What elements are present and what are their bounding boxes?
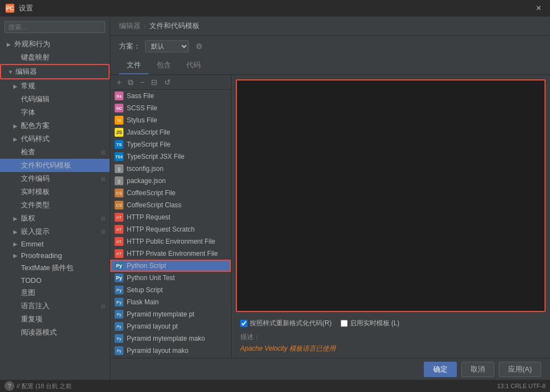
- reset-template-button[interactable]: ↺: [162, 77, 173, 87]
- list-item[interactable]: HT HTTP Request Scratch: [110, 223, 231, 235]
- sidebar-item-label: 键盘映射: [21, 52, 50, 62]
- list-item[interactable]: Py Setup Script: [110, 284, 231, 296]
- reformat-checkbox[interactable]: [240, 320, 247, 327]
- apply-button[interactable]: 应用(A): [499, 362, 541, 377]
- list-item[interactable]: Py Pyramid mytemplate pt: [110, 308, 231, 320]
- list-item[interactable]: Py Flask Main: [110, 296, 231, 308]
- list-item[interactable]: SC SCSS File: [110, 102, 231, 114]
- sidebar-item-reader-mode[interactable]: ▶ 阅读器模式: [0, 326, 110, 339]
- sidebar-item-textmate[interactable]: ▶ TextMate 插件包: [0, 261, 110, 275]
- list-item[interactable]: JS JavaScript File: [110, 126, 231, 138]
- copy-template-button[interactable]: ⧉: [126, 77, 136, 87]
- list-item[interactable]: Py Pyramid mytemplate mako: [110, 332, 231, 345]
- live-template-checkbox-label[interactable]: 启用实时模板 (L): [341, 319, 400, 328]
- list-item[interactable]: {} tsconfig.json: [110, 163, 231, 175]
- list-item[interactable]: St Stylus File: [110, 114, 231, 126]
- config-icon: ⊟: [101, 303, 105, 309]
- list-item[interactable]: HT HTTP Public Environment File: [110, 235, 231, 248]
- file-item-name: Python Script: [127, 262, 166, 270]
- file-type-icon: Ss: [115, 92, 123, 100]
- sidebar-item-editor[interactable]: ▼ 编辑器: [0, 64, 110, 79]
- sidebar-item-appearance[interactable]: ▶ 外观和行为: [0, 37, 110, 51]
- config-icon: ⊟: [101, 149, 105, 155]
- editor-area: 按照样式重新格式化代码(R) 启用实时模板 (L) 描述： Apache Vel…: [231, 75, 550, 358]
- file-type-icon: {}: [115, 176, 123, 185]
- list-item[interactable]: Py Pyramid layout pt: [110, 320, 231, 332]
- sidebar-item-emmet[interactable]: ▶ Emmet: [0, 238, 110, 250]
- file-type-icon: HT: [115, 249, 123, 258]
- list-item-python-unit-test[interactable]: Py Python Unit Test: [110, 272, 231, 284]
- list-item[interactable]: Ss Sass File: [110, 90, 231, 102]
- live-template-checkbox[interactable]: [341, 320, 348, 327]
- file-type-icon: CS: [115, 189, 123, 197]
- bottom-bar: 确定 取消 应用(A): [110, 358, 550, 380]
- sidebar-item-code-editing[interactable]: ▶ 代码编辑: [0, 93, 110, 106]
- sidebar-item-file-templates[interactable]: ▶ 文件和代码模板: [0, 159, 110, 172]
- list-item[interactable]: HT HTTP Private Environment File: [110, 248, 231, 260]
- sidebar-item-label: 常规: [21, 81, 35, 91]
- search-box: [0, 17, 110, 37]
- list-item[interactable]: TSX TypeScript JSX File: [110, 151, 231, 163]
- list-item[interactable]: Py Pyramid layout mako: [110, 345, 231, 357]
- list-item[interactable]: {} package.json: [110, 175, 231, 187]
- sidebar-item-general[interactable]: ▶ 常规: [0, 79, 110, 93]
- sidebar: ▶ 外观和行为 键盘映射 ▼ 编辑器 ▶ 常规: [0, 17, 110, 380]
- sidebar-item-label: Emmet: [21, 240, 44, 248]
- sidebar-item-label: TextMate 插件包: [21, 263, 73, 273]
- sidebar-item-inlay-hints[interactable]: ▶ 嵌入提示 ⊟: [0, 225, 110, 238]
- sidebar-item-proofreading[interactable]: ▶ Proofreading: [0, 250, 110, 261]
- sidebar-item-todo[interactable]: ▶ TODO: [0, 275, 110, 286]
- file-list-panel: + ⧉ − ⊟ ↺ Ss Sass File: [110, 75, 231, 358]
- sidebar-item-duplicates[interactable]: ▶ 重复项: [0, 313, 110, 326]
- sidebar-item-label: Proofreading: [21, 251, 62, 260]
- sidebar-item-file-types[interactable]: ▶ 文件类型: [0, 198, 110, 212]
- file-type-icon: HT: [115, 213, 123, 222]
- scheme-gear-button[interactable]: ⚙: [193, 41, 205, 52]
- scheme-select[interactable]: 默认: [145, 40, 189, 52]
- close-button[interactable]: ×: [533, 2, 544, 14]
- list-item[interactable]: HT HTTP Request: [110, 211, 231, 223]
- duplicate-template-button[interactable]: ⊟: [149, 77, 160, 87]
- sidebar-item-code-style[interactable]: ▶ 代码样式: [0, 132, 110, 146]
- sidebar-item-language-injection[interactable]: ▶ 语言注入 ⊟: [0, 299, 110, 313]
- confirm-button[interactable]: 确定: [424, 362, 457, 377]
- sidebar-item-inspection[interactable]: ▶ 检查 ⊟: [0, 146, 110, 159]
- sidebar-item-live-templates[interactable]: ▶ 实时模板: [0, 185, 110, 198]
- description-text: Apache Velocity 模板语言已使用: [240, 344, 541, 353]
- remove-template-button[interactable]: −: [138, 77, 147, 87]
- tabs-row: 文件 包含 代码: [110, 57, 550, 75]
- list-item[interactable]: CS CoffeeScript File: [110, 187, 231, 199]
- main-content: ▶ 外观和行为 键盘映射 ▼ 编辑器 ▶ 常规: [0, 17, 550, 380]
- arrow-icon: ▶: [13, 136, 19, 142]
- arrow-icon: ▶: [13, 253, 19, 259]
- cancel-button[interactable]: 取消: [461, 362, 494, 377]
- file-list: Ss Sass File SC SCSS File St Stylus File: [110, 90, 231, 358]
- file-item-name: TypeScript JSX File: [127, 153, 185, 160]
- reformat-checkbox-label[interactable]: 按照样式重新格式化代码(R): [240, 319, 332, 328]
- file-item-name: Sass File: [127, 92, 154, 100]
- sidebar-item-color-scheme[interactable]: ▶ 配色方案: [0, 119, 110, 132]
- help-button[interactable]: ?: [4, 381, 14, 391]
- titlebar-left: PC 设置: [6, 3, 33, 13]
- config-icon: ⊟: [101, 176, 105, 182]
- tab-include[interactable]: 包含: [149, 57, 179, 74]
- tab-file[interactable]: 文件: [119, 57, 149, 74]
- tab-code[interactable]: 代码: [179, 57, 208, 74]
- file-item-name: Setup Script: [127, 286, 163, 294]
- list-item[interactable]: CS CoffeeScript Class: [110, 199, 231, 211]
- sidebar-item-label: 意图: [21, 288, 35, 298]
- file-type-icon: Py: [115, 322, 123, 331]
- description-section: 描述： Apache Velocity 模板语言已使用: [231, 330, 550, 358]
- sidebar-item-file-encoding[interactable]: ▶ 文件编码 ⊟: [0, 172, 110, 185]
- sidebar-item-copyright[interactable]: ▶ 版权 ⊟: [0, 212, 110, 225]
- search-input[interactable]: [4, 21, 105, 33]
- file-type-icon: TS: [115, 140, 123, 149]
- file-type-icon: HT: [115, 237, 123, 246]
- list-item-python-script[interactable]: Py Python Script: [110, 260, 231, 272]
- list-item[interactable]: TS TypeScript File: [110, 138, 231, 151]
- sidebar-item-intentions[interactable]: ▶ 意图: [0, 286, 110, 299]
- sidebar-item-keymap[interactable]: 键盘映射: [0, 51, 110, 64]
- sidebar-item-font[interactable]: ▶ 字体: [0, 106, 110, 119]
- add-template-button[interactable]: +: [115, 77, 123, 87]
- right-panel: 编辑器 › 文件和代码模板 方案： 默认 ⚙ 文件 包含 代码: [110, 17, 550, 380]
